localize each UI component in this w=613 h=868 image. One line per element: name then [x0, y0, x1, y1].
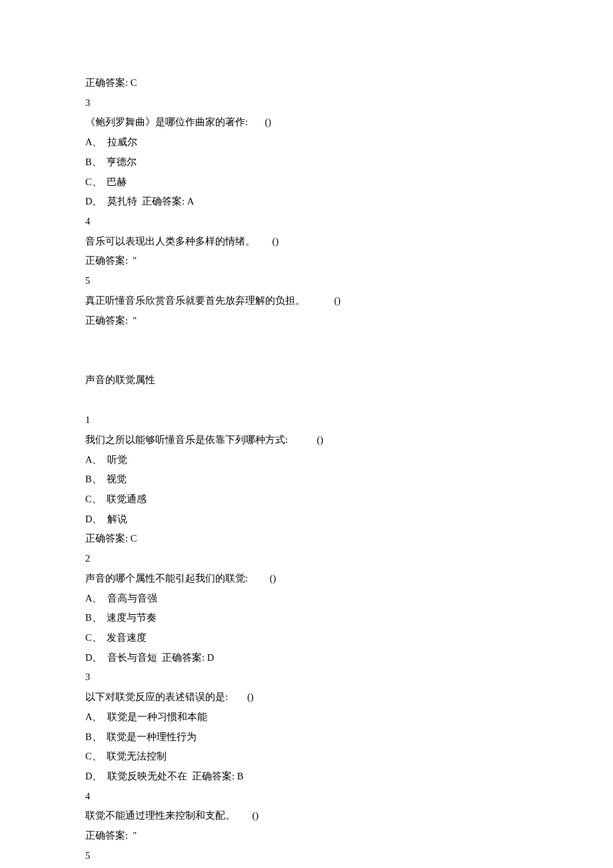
option-d: D、 联觉反映无处不在 正确答案: B [85, 767, 528, 787]
question-stem: 联觉不能通过理性来控制和支配。 () [85, 806, 528, 826]
blank-line [85, 330, 528, 350]
question-stem: 真正听懂音乐欣赏音乐就要首先放弃理解的负担。 () [85, 291, 528, 311]
answer-text: 正确答案: " [85, 311, 528, 331]
blank-line [85, 390, 528, 410]
option-b: B、 亨德尔 [85, 153, 528, 173]
option-a: A、 联觉是一种习惯和本能 [85, 707, 528, 727]
option-d: D、 音长与音短 正确答案: D [85, 648, 528, 668]
question-number: 1 [85, 410, 528, 430]
question-number: 5 [85, 846, 528, 866]
option-b: B、 速度与节奏 [85, 608, 528, 628]
option-c: C、 联觉无法控制 [85, 747, 528, 767]
question-number: 2 [85, 549, 528, 569]
option-a: A、 音高与音强 [85, 589, 528, 609]
question-stem: 音乐可以表现出人类多种多样的情绪。 () [85, 232, 528, 252]
answer-text: 正确答案: C [85, 529, 528, 549]
document-page: 正确答案: C 3 《鲍列罗舞曲》是哪位作曲家的著作: () A、 拉威尔 B、… [0, 0, 613, 868]
option-a: A、 拉威尔 [85, 133, 528, 153]
question-stem: 联觉是通过后天的培养和熏陶所形成的一种能力 () 正确答案: X [85, 866, 528, 868]
answer-text: 正确答案: " [85, 251, 528, 271]
blank-line [85, 350, 528, 370]
option-c: C、 联觉通感 [85, 490, 528, 510]
option-c: C、 发音速度 [85, 628, 528, 648]
section-title: 声音的联觉属性 [85, 370, 528, 390]
option-d: D、 莫扎特 正确答案: A [85, 192, 528, 212]
question-number: 5 [85, 271, 528, 291]
option-c: C、 巴赫 [85, 173, 528, 193]
question-number: 3 [85, 93, 528, 113]
question-stem: 声音的哪个属性不能引起我们的联觉: () [85, 569, 528, 589]
question-stem: 我们之所以能够听懂音乐是依靠下列哪种方式: () [85, 430, 528, 450]
option-b: B、 视觉 [85, 470, 528, 490]
question-stem: 以下对联觉反应的表述错误的是: () [85, 687, 528, 707]
question-number: 4 [85, 787, 528, 807]
option-a: A、 听觉 [85, 450, 528, 470]
answer-text: 正确答案: C [85, 73, 528, 93]
question-stem: 《鲍列罗舞曲》是哪位作曲家的著作: () [85, 113, 528, 133]
option-b: B、 联觉是一种理性行为 [85, 727, 528, 747]
option-d: D、 解说 [85, 510, 528, 530]
question-number: 3 [85, 667, 528, 687]
question-number: 4 [85, 212, 528, 232]
answer-text: 正确答案: " [85, 826, 528, 846]
